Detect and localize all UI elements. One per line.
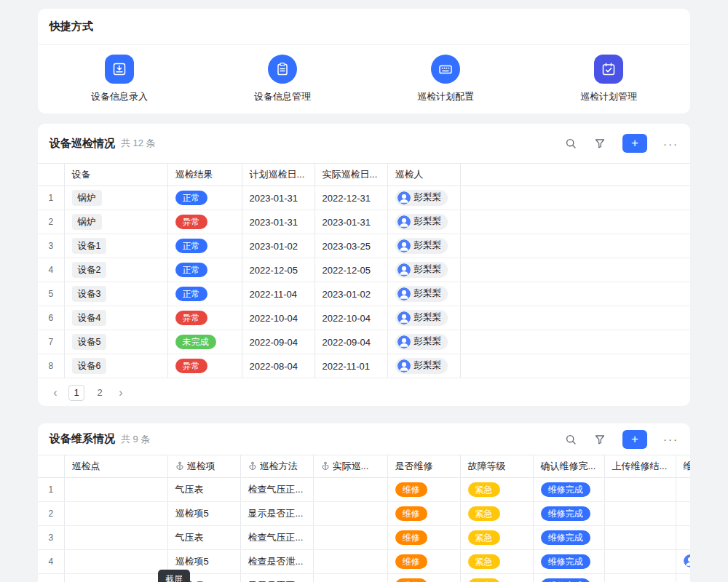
empty-cell[interactable] [460, 306, 690, 330]
planned-date-cell[interactable]: 2023-01-31 [242, 210, 314, 234]
actual-date-cell[interactable]: 2023-01-02 [314, 282, 387, 306]
actual-date-cell[interactable]: 2023-01-31 [314, 210, 387, 234]
tail-cell[interactable] [676, 574, 690, 582]
tail-cell[interactable] [676, 526, 690, 550]
actual-cell[interactable] [313, 574, 387, 582]
confirm-cell[interactable]: 维修完成 [533, 550, 604, 574]
column-header-repair[interactable]: 是否维修 [387, 455, 460, 478]
method-cell[interactable]: 显示是否正... [240, 502, 313, 526]
row-number-cell[interactable]: 1 [38, 478, 64, 502]
empty-cell[interactable] [460, 354, 690, 378]
upload-cell[interactable] [604, 526, 676, 550]
repair-cell[interactable]: 维修 [387, 502, 460, 526]
planned-date-cell[interactable]: 2022-12-05 [242, 258, 314, 282]
repair-cell[interactable]: 维修 [387, 478, 460, 502]
column-header-upload[interactable]: 上传维修结... [604, 455, 676, 478]
result-cell[interactable]: 未完成 [167, 330, 242, 354]
level-cell[interactable]: 紧急 [460, 478, 533, 502]
upload-cell[interactable] [604, 502, 676, 526]
result-cell[interactable]: 正常 [167, 234, 242, 258]
method-cell[interactable]: 检查气压正... [240, 478, 313, 502]
inspector-cell[interactable]: 彭梨梨 [387, 354, 460, 378]
inspector-cell[interactable]: 彭梨梨 [387, 258, 460, 282]
confirm-cell[interactable]: 维修完成 [533, 574, 604, 582]
column-header-method[interactable]: 巡检方法 [240, 455, 313, 478]
page-button-1[interactable]: 1 [68, 385, 84, 401]
upload-cell[interactable] [604, 550, 676, 574]
upload-cell[interactable] [604, 478, 676, 502]
inspector-cell[interactable]: 彭梨梨 [387, 306, 460, 330]
row-number-cell[interactable]: 1 [38, 186, 64, 210]
device-cell[interactable]: 设备1 [64, 234, 167, 258]
column-header-tail[interactable]: 维... [676, 455, 690, 478]
actual-cell[interactable] [313, 478, 387, 502]
actual-date-cell[interactable]: 2022-12-31 [314, 186, 387, 210]
filter-icon[interactable] [593, 433, 606, 446]
inspector-cell[interactable]: 彭梨梨 [387, 330, 460, 354]
actual-date-cell[interactable]: 2023-03-25 [314, 234, 387, 258]
repair-cell[interactable]: 维修 [387, 526, 460, 550]
inspector-cell[interactable]: 彭梨梨 [387, 282, 460, 306]
planned-date-cell[interactable]: 2023-01-31 [242, 186, 314, 210]
device-cell[interactable]: 设备2 [64, 258, 167, 282]
next-page-button[interactable]: › [115, 387, 127, 399]
actual-cell[interactable] [313, 526, 387, 550]
point-cell[interactable] [64, 502, 167, 526]
inspector-cell[interactable]: 彭梨梨 [387, 234, 460, 258]
row-number-cell[interactable]: 4 [38, 258, 64, 282]
add-record-button[interactable]: + [622, 134, 647, 153]
shortcut-device-input[interactable]: 设备信息录入 [38, 55, 201, 103]
point-cell[interactable] [64, 526, 167, 550]
row-number-cell[interactable]: 7 [38, 330, 64, 354]
column-header-planned-date[interactable]: 计划巡检日... [242, 164, 314, 186]
column-header-item[interactable]: 巡检项 [167, 455, 240, 478]
level-cell[interactable]: 紧急 [460, 574, 533, 582]
column-header-actual[interactable]: 实际巡... [313, 455, 387, 478]
search-icon[interactable] [564, 433, 577, 446]
result-cell[interactable]: 正常 [167, 186, 242, 210]
actual-cell[interactable] [313, 502, 387, 526]
actual-date-cell[interactable]: 2022-10-04 [314, 306, 387, 330]
tail-cell[interactable] [676, 550, 690, 574]
device-cell[interactable]: 设备5 [64, 330, 167, 354]
method-cell[interactable]: 检查是否泄... [240, 550, 313, 574]
column-header-level[interactable]: 故障等级 [460, 455, 533, 478]
shortcut-plan-config[interactable]: 巡检计划配置 [364, 55, 527, 103]
result-cell[interactable]: 正常 [167, 258, 242, 282]
item-cell[interactable]: 巡检项5 [167, 502, 240, 526]
confirm-cell[interactable]: 维修完成 [533, 526, 604, 550]
device-cell[interactable]: 设备4 [64, 306, 167, 330]
result-cell[interactable]: 异常 [167, 354, 242, 378]
item-cell[interactable]: 气压表 [167, 526, 240, 550]
planned-date-cell[interactable]: 2022-09-04 [242, 330, 314, 354]
confirm-cell[interactable]: 维修完成 [533, 502, 604, 526]
row-number-cell[interactable]: 5 [38, 282, 64, 306]
row-number-cell[interactable]: 3 [38, 526, 64, 550]
actual-cell[interactable] [313, 550, 387, 574]
tail-cell[interactable] [676, 502, 690, 526]
device-cell[interactable]: 锅炉 [64, 210, 167, 234]
device-cell[interactable]: 设备6 [64, 354, 167, 378]
column-header-actual-date[interactable]: 实际巡检日... [314, 164, 387, 186]
filter-icon[interactable] [593, 137, 606, 150]
more-actions-button[interactable]: ··· [663, 433, 678, 445]
empty-cell[interactable] [460, 234, 690, 258]
inspector-cell[interactable]: 彭梨梨 [387, 186, 460, 210]
empty-cell[interactable] [460, 258, 690, 282]
planned-date-cell[interactable]: 2022-10-04 [242, 306, 314, 330]
actual-date-cell[interactable]: 2022-12-05 [314, 258, 387, 282]
more-actions-button[interactable]: ··· [663, 137, 678, 150]
empty-cell[interactable] [460, 330, 690, 354]
result-cell[interactable]: 异常 [167, 210, 242, 234]
planned-date-cell[interactable]: 2023-01-02 [242, 234, 314, 258]
row-number-cell[interactable]: 4 [38, 550, 64, 574]
shortcut-device-manage[interactable]: 设备信息管理 [201, 55, 364, 103]
empty-cell[interactable] [460, 282, 690, 306]
shortcut-plan-manage[interactable]: 巡检计划管理 [527, 55, 690, 103]
point-cell[interactable] [64, 478, 167, 502]
row-number-cell[interactable]: 2 [38, 502, 64, 526]
confirm-cell[interactable]: 维修完成 [533, 478, 604, 502]
inspector-cell[interactable]: 彭梨梨 [387, 210, 460, 234]
item-cell[interactable]: 气压表 [167, 478, 240, 502]
page-button-2[interactable]: 2 [92, 385, 108, 401]
